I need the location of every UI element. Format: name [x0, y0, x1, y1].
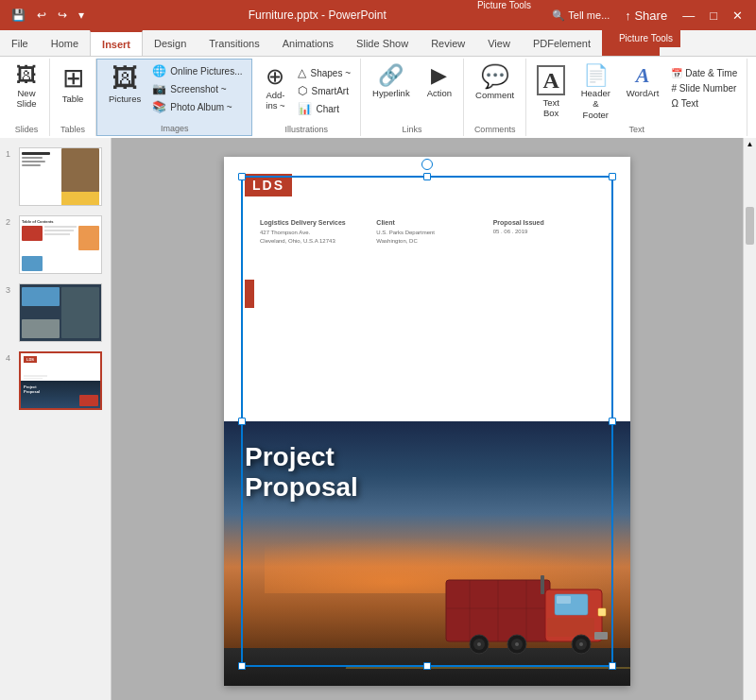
scroll-up-btn[interactable]: ▲ [745, 138, 756, 150]
client-info: Client U.S. Parks DepartmentWashington, … [376, 219, 492, 246]
slide-thumb-4[interactable]: 4 LDS ProjectProposal [4, 350, 107, 412]
slide-preview-4: LDS ProjectProposal [19, 351, 102, 410]
slide-preview-1 [19, 147, 102, 206]
smartart-button[interactable]: ⬡ SmartArt [294, 82, 354, 99]
action-button[interactable]: ▶ Action [421, 62, 457, 101]
vertical-scrollbar[interactable]: ▲ ▼ [743, 138, 756, 700]
ribbon-content: 🖼 NewSlide Slides ⊞ Table Tables 🖼 Pictu… [0, 57, 756, 138]
text-small-button[interactable]: Ω Text [667, 96, 741, 111]
share-btn[interactable]: ↑ Share [619, 7, 673, 25]
pictures-label: Pictures [109, 94, 141, 104]
slide-canvas[interactable]: LDS Logistics Delivery Services 427 Thom… [224, 157, 630, 686]
save-qa-btn[interactable]: 💾 [8, 7, 29, 24]
svg-point-17 [579, 642, 583, 646]
scroll-track[interactable] [744, 150, 756, 700]
slides-group-label: Slides [9, 123, 43, 134]
canvas-area[interactable]: LDS Logistics Delivery Services 427 Thom… [112, 138, 743, 700]
screenshot-button[interactable]: 📷 Screenshot ~ [148, 80, 246, 97]
hyperlink-button[interactable]: 🔗 Hyperlink [367, 62, 416, 101]
tab-review[interactable]: Review [420, 30, 476, 56]
slide-thumb-3[interactable]: 3 [4, 282, 107, 344]
maximize-btn[interactable]: □ [704, 7, 723, 25]
shapes-button[interactable]: △ Shapes ~ [294, 64, 354, 81]
red-accent-bar [245, 280, 254, 308]
ribbon-tabs-row: Picture Tools File Home Insert Design Tr… [0, 30, 756, 57]
new-slide-label: NewSlide [16, 88, 36, 110]
tab-file[interactable]: File [0, 30, 40, 56]
slide-top-section: LDS Logistics Delivery Services 427 Thom… [224, 157, 630, 421]
tables-group-label: Tables [56, 123, 90, 134]
tab-transitions[interactable]: Transitions [198, 30, 270, 56]
svg-rect-20 [541, 575, 544, 594]
lds-logo: LDS [245, 174, 292, 196]
svg-rect-19 [594, 632, 608, 640]
new-slide-button[interactable]: 🖼 NewSlide [9, 62, 43, 112]
tab-view[interactable]: View [476, 30, 522, 56]
new-slide-icon: 🖼 [16, 65, 37, 86]
undo-qa-btn[interactable]: ↩ [33, 7, 50, 24]
chart-button[interactable]: 📊 Chart [294, 100, 354, 117]
photo-album-button[interactable]: 📚 Photo Album ~ [148, 98, 246, 115]
pictures-button[interactable]: 🖼 Pictures [103, 62, 146, 107]
proposal-info: Proposal Issued 05 . 06 . 2019 [493, 219, 610, 246]
wordart-label: WordArt [627, 88, 660, 98]
slide-thumb-1[interactable]: 1 [4, 145, 107, 208]
project-proposal-text: ProjectProposal [245, 442, 358, 503]
images-group-label: Images [103, 122, 246, 133]
hyperlink-icon: 🔗 [378, 65, 404, 86]
window-title: Furniture.pptx - PowerPoint [249, 9, 387, 22]
text-box-button[interactable]: A TextBox [532, 62, 570, 122]
project-proposal-title: ProjectProposal [245, 442, 358, 503]
customize-qa-btn[interactable]: ▾ [75, 7, 88, 24]
ribbon-group-text: A TextBox 📄 Header& Footer A WordArt 📅 D… [526, 59, 747, 136]
title-bar: 💾 ↩ ↪ ▾ Furniture.pptx - PowerPoint Pict… [0, 0, 756, 30]
online-pictures-button[interactable]: 🌐 Online Pictures... [148, 62, 246, 79]
chart-icon: 📊 [298, 102, 312, 115]
screenshot-icon: 📷 [152, 82, 166, 95]
tab-insert[interactable]: Insert [90, 30, 143, 56]
table-button[interactable]: ⊞ Table [56, 62, 90, 107]
shapes-label: Shapes ~ [310, 68, 351, 78]
online-pictures-icon: 🌐 [152, 64, 166, 77]
text-box-label: TextBox [542, 97, 558, 119]
add-ins-label: Add-ins ~ [266, 90, 284, 111]
close-btn[interactable]: ✕ [727, 7, 748, 25]
add-ins-button[interactable]: ⊕ Add-ins ~ [258, 62, 292, 114]
tab-design[interactable]: Design [143, 30, 198, 56]
tab-home[interactable]: Home [40, 30, 90, 56]
slides-panel: 1 2 Table of Contents [0, 138, 112, 700]
comment-button[interactable]: 💬 Comment [470, 62, 520, 103]
minimize-btn[interactable]: — [677, 7, 700, 25]
header-footer-button[interactable]: 📄 Header& Footer [574, 62, 618, 123]
hyperlink-label: Hyperlink [372, 88, 410, 98]
info-row: Logistics Delivery Services 427 Thompson… [245, 219, 610, 246]
comment-label: Comment [475, 90, 514, 100]
photo-album-icon: 📚 [152, 100, 166, 113]
slide-number-button[interactable]: # Slide Number [667, 81, 741, 95]
screenshot-label: Screenshot ~ [170, 84, 226, 94]
date-time-button[interactable]: 📅 Date & Time [667, 66, 741, 80]
tab-animations[interactable]: Animations [271, 30, 345, 56]
shapes-icon: △ [298, 66, 306, 79]
tab-pdfelement[interactable]: PDFelement [522, 30, 602, 56]
smartart-label: SmartArt [311, 86, 348, 96]
scroll-thumb[interactable] [746, 207, 754, 245]
slide-num-2: 2 [6, 215, 15, 227]
ribbon-group-illustrations: ⊕ Add-ins ~ △ Shapes ~ ⬡ SmartArt 📊 Char… [252, 59, 361, 136]
pictures-icon: 🖼 [112, 65, 138, 92]
tab-slideshow[interactable]: Slide Show [345, 30, 420, 56]
text-group-label: Text [532, 123, 741, 134]
main-area: 1 2 Table of Contents [0, 138, 756, 700]
tell-me-input[interactable]: 🔍 Tell me... [546, 8, 615, 24]
slide-num-4: 4 [6, 351, 15, 363]
redo-qa-btn[interactable]: ↪ [54, 7, 71, 24]
table-icon: ⊞ [62, 65, 84, 92]
svg-rect-8 [547, 618, 594, 637]
ribbon-group-links: 🔗 Hyperlink ▶ Action Links [361, 59, 464, 136]
slide-preview-2: Table of Contents [19, 215, 102, 274]
wordart-button[interactable]: A WordArt [622, 62, 664, 101]
svg-rect-18 [598, 608, 606, 616]
slide-preview-3 [19, 283, 102, 342]
slide-thumb-2[interactable]: 2 Table of Contents [4, 213, 107, 276]
photo-album-label: Photo Album ~ [170, 102, 232, 112]
